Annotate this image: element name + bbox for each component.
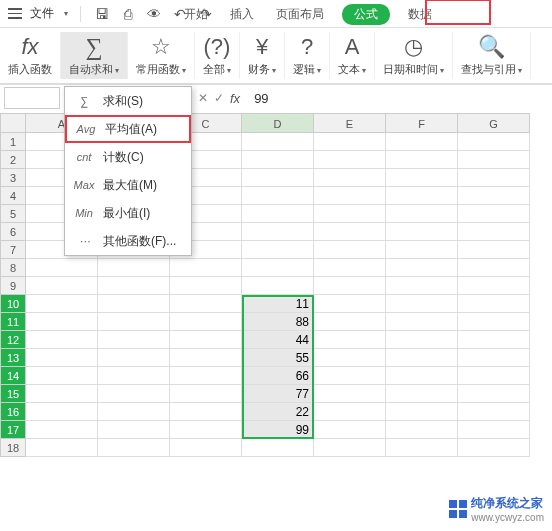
row-header-15[interactable]: 15 [0, 385, 26, 403]
col-header-g[interactable]: G [458, 113, 530, 133]
cell-F2[interactable] [386, 151, 458, 169]
cell-C12[interactable] [170, 331, 242, 349]
col-header-f[interactable]: F [386, 113, 458, 133]
cell-C8[interactable] [170, 259, 242, 277]
cell-G3[interactable] [458, 169, 530, 187]
cell-E8[interactable] [314, 259, 386, 277]
cell-A8[interactable] [26, 259, 98, 277]
cell-G10[interactable] [458, 295, 530, 313]
cell-C10[interactable] [170, 295, 242, 313]
cell-E14[interactable] [314, 367, 386, 385]
cell-D8[interactable] [242, 259, 314, 277]
cell-A11[interactable] [26, 313, 98, 331]
cell-F1[interactable] [386, 133, 458, 151]
cell-D3[interactable] [242, 169, 314, 187]
tab-pagelayout[interactable]: 页面布局 [272, 4, 328, 25]
ribbon-insert-function[interactable]: fx 插入函数 [0, 32, 61, 79]
cell-F5[interactable] [386, 205, 458, 223]
row-header-4[interactable]: 4 [0, 187, 26, 205]
cell-F10[interactable] [386, 295, 458, 313]
row-header-9[interactable]: 9 [0, 277, 26, 295]
cell-G2[interactable] [458, 151, 530, 169]
row-header-7[interactable]: 7 [0, 241, 26, 259]
cell-F3[interactable] [386, 169, 458, 187]
menu-count[interactable]: cnt 计数(C) [65, 143, 191, 171]
menu-average[interactable]: Avg 平均值(A) [65, 115, 191, 143]
cell-F15[interactable] [386, 385, 458, 403]
cell-F9[interactable] [386, 277, 458, 295]
cell-D9[interactable] [242, 277, 314, 295]
cell-D10[interactable]: 11 [242, 295, 314, 313]
row-header-14[interactable]: 14 [0, 367, 26, 385]
cell-G5[interactable] [458, 205, 530, 223]
cell-G1[interactable] [458, 133, 530, 151]
cell-A14[interactable] [26, 367, 98, 385]
row-header-5[interactable]: 5 [0, 205, 26, 223]
accept-formula-icon[interactable]: ✓ [214, 91, 224, 105]
cell-B9[interactable] [98, 277, 170, 295]
cell-D1[interactable] [242, 133, 314, 151]
cell-G6[interactable] [458, 223, 530, 241]
cell-A15[interactable] [26, 385, 98, 403]
cell-G13[interactable] [458, 349, 530, 367]
cell-D14[interactable]: 66 [242, 367, 314, 385]
cell-B15[interactable] [98, 385, 170, 403]
cell-D16[interactable]: 22 [242, 403, 314, 421]
cell-G12[interactable] [458, 331, 530, 349]
cell-B17[interactable] [98, 421, 170, 439]
ribbon-common[interactable]: ☆ 常用函数▾ [128, 32, 195, 79]
cell-E11[interactable] [314, 313, 386, 331]
cell-B11[interactable] [98, 313, 170, 331]
ribbon-datetime[interactable]: ◷ 日期和时间▾ [375, 32, 453, 79]
row-header-12[interactable]: 12 [0, 331, 26, 349]
col-header-e[interactable]: E [314, 113, 386, 133]
cell-C9[interactable] [170, 277, 242, 295]
cell-E2[interactable] [314, 151, 386, 169]
ribbon-lookup[interactable]: 🔍 查找与引用▾ [453, 32, 531, 79]
ribbon-logical[interactable]: ? 逻辑▾ [285, 32, 330, 79]
cell-C17[interactable] [170, 421, 242, 439]
cell-B14[interactable] [98, 367, 170, 385]
cell-D15[interactable]: 77 [242, 385, 314, 403]
cell-C15[interactable] [170, 385, 242, 403]
cell-C13[interactable] [170, 349, 242, 367]
cell-G15[interactable] [458, 385, 530, 403]
cell-A18[interactable] [26, 439, 98, 457]
tab-insert[interactable]: 插入 [226, 4, 258, 25]
cell-C11[interactable] [170, 313, 242, 331]
cell-G14[interactable] [458, 367, 530, 385]
cell-C16[interactable] [170, 403, 242, 421]
cell-E4[interactable] [314, 187, 386, 205]
cell-D17[interactable]: 99 [242, 421, 314, 439]
cell-G7[interactable] [458, 241, 530, 259]
cell-E13[interactable] [314, 349, 386, 367]
name-box[interactable] [4, 87, 60, 109]
cell-G16[interactable] [458, 403, 530, 421]
cell-F17[interactable] [386, 421, 458, 439]
ribbon-text[interactable]: A 文本▾ [330, 32, 375, 79]
cell-D12[interactable]: 44 [242, 331, 314, 349]
cell-F12[interactable] [386, 331, 458, 349]
cell-D7[interactable] [242, 241, 314, 259]
cell-E7[interactable] [314, 241, 386, 259]
cell-E5[interactable] [314, 205, 386, 223]
cell-G11[interactable] [458, 313, 530, 331]
row-header-8[interactable]: 8 [0, 259, 26, 277]
cell-B13[interactable] [98, 349, 170, 367]
row-header-10[interactable]: 10 [0, 295, 26, 313]
formula-input[interactable]: 99 [246, 91, 268, 106]
menu-min[interactable]: Min 最小值(I) [65, 199, 191, 227]
cell-E6[interactable] [314, 223, 386, 241]
row-header-2[interactable]: 2 [0, 151, 26, 169]
cell-A13[interactable] [26, 349, 98, 367]
row-header-6[interactable]: 6 [0, 223, 26, 241]
col-header-d[interactable]: D [242, 113, 314, 133]
cell-F16[interactable] [386, 403, 458, 421]
row-header-1[interactable]: 1 [0, 133, 26, 151]
cell-D5[interactable] [242, 205, 314, 223]
cell-A17[interactable] [26, 421, 98, 439]
cell-D18[interactable] [242, 439, 314, 457]
cell-A10[interactable] [26, 295, 98, 313]
cell-F18[interactable] [386, 439, 458, 457]
cell-D11[interactable]: 88 [242, 313, 314, 331]
